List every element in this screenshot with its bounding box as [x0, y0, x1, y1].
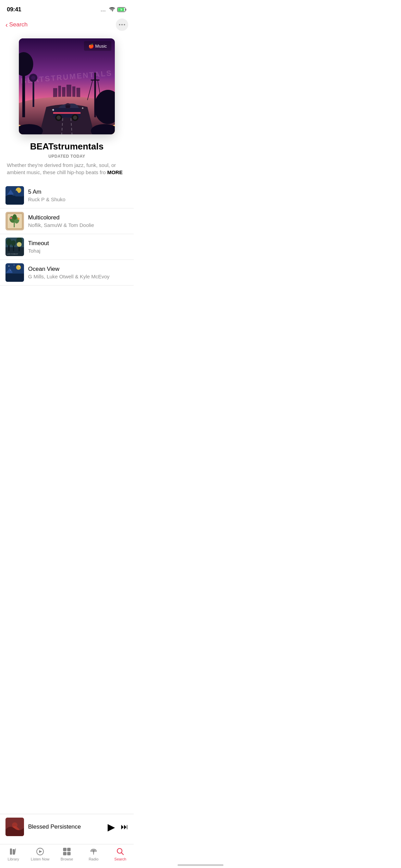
track-thumbnail [5, 186, 24, 205]
signal-icon [101, 8, 107, 12]
track-info: Multicolored Noflik, SamuW & Tom Doolie [28, 214, 128, 228]
status-bar: 09:41 [0, 0, 134, 17]
svg-text:✦: ✦ [81, 106, 84, 110]
svg-rect-62 [5, 274, 24, 282]
more-button[interactable] [116, 19, 128, 31]
svg-point-54 [6, 239, 12, 245]
more-dots-icon [119, 24, 125, 25]
svg-rect-10 [62, 87, 65, 98]
svg-point-20 [73, 116, 77, 120]
track-list: 5 Am Ruck P & Shuko Multicolored [0, 183, 134, 286]
svg-rect-8 [53, 88, 57, 98]
wifi-icon [109, 7, 115, 12]
nav-bar: ‹ Search [0, 17, 134, 35]
svg-point-18 [57, 116, 61, 120]
svg-rect-22 [66, 105, 70, 108]
track-info: 5 Am Ruck P & Shuko [28, 189, 128, 202]
svg-point-66 [19, 266, 20, 267]
back-chevron-icon: ‹ [5, 21, 8, 29]
svg-rect-12 [72, 86, 75, 98]
track-name: Timeout [28, 240, 128, 247]
track-thumbnail: LOFI FOREST [5, 238, 24, 256]
svg-point-1 [102, 10, 104, 12]
battery-icon [117, 7, 127, 12]
svg-point-63 [16, 265, 21, 270]
back-label: Search [9, 21, 28, 28]
status-icons [101, 7, 127, 12]
playlist-description: Whether they're derived from jazz, funk,… [7, 161, 127, 176]
svg-rect-5 [125, 9, 126, 11]
album-art-container: BEATSTRUMENTALS [0, 35, 134, 141]
more-link[interactable]: MORE [107, 169, 123, 175]
svg-text:✦: ✦ [51, 108, 55, 112]
track-name: Multicolored [28, 214, 128, 221]
svg-rect-16 [53, 112, 81, 114]
svg-point-56 [11, 240, 16, 246]
svg-point-67 [10, 270, 11, 270]
svg-text:LOFI FOREST: LOFI FOREST [7, 253, 18, 255]
track-artist: Noflik, SamuW & Tom Doolie [28, 222, 128, 228]
svg-point-65 [14, 265, 14, 265]
track-name: Ocean View [28, 266, 128, 273]
svg-point-2 [104, 10, 106, 12]
svg-rect-13 [76, 88, 80, 98]
track-thumbnail [5, 212, 24, 230]
track-item[interactable]: Multicolored Noflik, SamuW & Tom Doolie [0, 208, 134, 234]
svg-point-50 [17, 218, 20, 220]
svg-point-0 [101, 10, 102, 12]
svg-point-34 [31, 76, 35, 80]
playlist-title: BEATstrumentals [7, 141, 127, 152]
svg-rect-26 [91, 80, 99, 81]
track-thumbnail [5, 263, 24, 282]
back-button[interactable]: ‹ Search [5, 21, 28, 29]
svg-point-59 [17, 242, 22, 247]
svg-rect-11 [66, 85, 71, 98]
svg-point-49 [10, 217, 12, 219]
svg-rect-9 [58, 86, 61, 98]
track-info: Ocean View G Mills, Luke Otwell & Kyle M… [28, 266, 128, 279]
track-item[interactable]: Ocean View G Mills, Luke Otwell & Kyle M… [0, 260, 134, 286]
album-art[interactable]: BEATSTRUMENTALS [19, 38, 115, 134]
track-artist: Tohaj [28, 248, 128, 254]
playlist-info: BEATstrumentals UPDATED TODAY Whether th… [0, 141, 134, 179]
track-artist: G Mills, Luke Otwell & Kyle McEvoy [28, 274, 128, 279]
svg-rect-32 [33, 80, 34, 107]
svg-point-64 [9, 266, 10, 267]
track-info: Timeout Tohaj [28, 240, 128, 254]
track-name: 5 Am [28, 189, 128, 195]
svg-text:🍎 Music: 🍎 Music [88, 43, 107, 49]
track-item[interactable]: LOFI FOREST Timeout Tohaj [0, 234, 134, 260]
track-artist: Ruck P & Shuko [28, 196, 128, 202]
status-time: 09:41 [7, 6, 21, 13]
playlist-updated: UPDATED TODAY [7, 154, 127, 159]
track-item[interactable]: 5 Am Ruck P & Shuko [0, 183, 134, 208]
